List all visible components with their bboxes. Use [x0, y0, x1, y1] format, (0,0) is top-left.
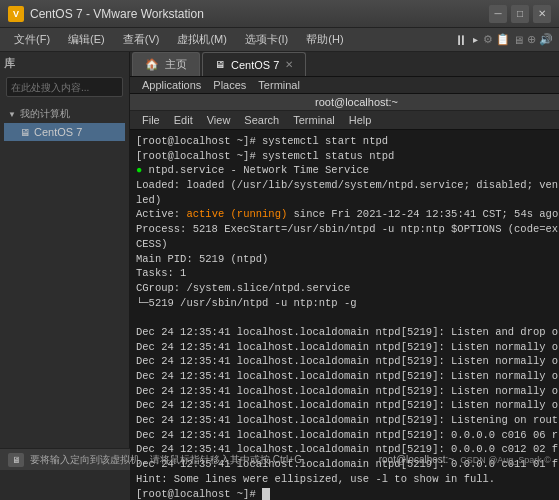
search-input[interactable] — [6, 77, 123, 97]
status-vm-info: root@localhost:~ — [379, 454, 454, 465]
terminal-line: Loaded: loaded (/usr/lib/systemd/system/… — [136, 178, 559, 193]
content-area: 🏠 主页 🖥 CentOS 7 ✕ Applications Places Te… — [130, 52, 559, 448]
term-menu-file[interactable]: File — [136, 113, 166, 127]
terminal-line: Tasks: 1 — [136, 266, 559, 281]
terminal-line: Hint: Some lines were ellipsized, use -l… — [136, 472, 559, 487]
menu-edit[interactable]: 编辑(E) — [60, 30, 113, 49]
terminal-line: [root@localhost ~]# systemctl start ntpd — [136, 134, 559, 149]
terminal-line: Main PID: 5219 (ntpd) — [136, 252, 559, 267]
menu-vm[interactable]: 虚拟机(M) — [169, 30, 235, 49]
toolbar-icon-5[interactable]: 🔊 — [539, 33, 553, 46]
terminal-line: Dec 24 12:35:41 localhost.localdomain nt… — [136, 340, 559, 355]
window-controls: ─ □ ✕ — [489, 5, 551, 23]
term-menu-view[interactable]: View — [201, 113, 237, 127]
sidebar: 库 ▼ 我的计算机 🖥 CentOS 7 — [0, 52, 130, 448]
window-title: CentOS 7 - VMware Workstation — [30, 7, 489, 21]
terminal-title: root@localhost:~ — [130, 94, 559, 111]
collapse-icon[interactable]: ▼ — [8, 110, 16, 119]
terminal-output[interactable]: [root@localhost ~]# systemctl start ntpd… — [130, 130, 559, 500]
tabs-bar: 🏠 主页 🖥 CentOS 7 ✕ — [130, 52, 559, 77]
terminal-line: [root@localhost ~]# systemctl status ntp… — [136, 149, 559, 164]
term-menu-terminal[interactable]: Terminal — [287, 113, 341, 127]
pause-icon: ▸ — [473, 34, 478, 45]
menu-view[interactable]: 查看(V) — [115, 30, 168, 49]
terminal-line: led) — [136, 193, 559, 208]
status-vm-name: root@localhost:~ — [379, 454, 454, 465]
terminal-line: Dec 24 12:35:41 localhost.localdomain nt… — [136, 354, 559, 369]
tab-centos[interactable]: 🖥 CentOS 7 ✕ — [202, 52, 306, 76]
terminal-line: Dec 24 12:35:41 localhost.localdomain nt… — [136, 413, 559, 428]
close-button[interactable]: ✕ — [533, 5, 551, 23]
term-menu-edit[interactable]: Edit — [168, 113, 199, 127]
terminal-line: Dec 24 12:35:41 localhost.localdomain nt… — [136, 384, 559, 399]
tab-home[interactable]: 🏠 主页 — [132, 52, 200, 76]
vm-status-icon: 🖥 — [8, 453, 24, 467]
terminal-line: Active: active (running) since Fri 2021-… — [136, 207, 559, 222]
term-menu-search[interactable]: Search — [238, 113, 285, 127]
toolbar-icon-3[interactable]: 🖥 — [513, 34, 524, 46]
sidebar-item-centos[interactable]: 🖥 CentOS 7 — [4, 123, 125, 141]
status-message: 要将输入定向到该虚拟机，请将鼠标指针移入其中或按 Ctrl+G。 — [30, 453, 373, 467]
terminal-line: Dec 24 12:35:41 localhost.localdomain nt… — [136, 398, 559, 413]
vm-app-toolbar: Applications Places Terminal en — [130, 77, 559, 94]
term-menu-help[interactable]: Help — [343, 113, 378, 127]
toolbar-icon-2[interactable]: 📋 — [496, 33, 510, 46]
toolbar-icon-4[interactable]: ⊕ — [527, 33, 536, 46]
terminal-line: [root@localhost ~]# — [136, 487, 559, 501]
titlebar: V CentOS 7 - VMware Workstation ─ □ ✕ — [0, 0, 559, 28]
tab-vm-label: CentOS 7 — [231, 59, 279, 71]
terminal-line: Dec 24 12:35:41 localhost.localdomain nt… — [136, 428, 559, 443]
terminal-line: CESS) — [136, 237, 559, 252]
menu-file[interactable]: 文件(F) — [6, 30, 58, 49]
terminal-line: Dec 24 12:35:41 localhost.localdomain nt… — [136, 369, 559, 384]
terminal-line: Dec 24 12:35:41 localhost.localdomain nt… — [136, 325, 559, 340]
vm-icon: 🖥 — [20, 127, 30, 138]
main-layout: 库 ▼ 我的计算机 🖥 CentOS 7 🏠 主页 🖥 CentOS 7 — [0, 52, 559, 448]
app-icon: V — [8, 6, 24, 22]
terminal-line: └─5219 /usr/sbin/ntpd -u ntp:ntp -g — [136, 296, 559, 311]
maximize-button[interactable]: □ — [511, 5, 529, 23]
menu-help[interactable]: 帮助(H) — [298, 30, 351, 49]
minimize-button[interactable]: ─ — [489, 5, 507, 23]
terminal-line: CGroup: /system.slice/ntpd.service — [136, 281, 559, 296]
vm-tab-icon: 🖥 — [215, 59, 225, 70]
status-watermark: CSDN @Aug_Spark © — [460, 455, 551, 465]
toolbar-icon-1[interactable]: ⚙ — [483, 33, 493, 46]
vm-applications-menu[interactable]: Applications — [138, 77, 205, 93]
terminal-line — [136, 310, 559, 325]
menubar: 文件(F) 编辑(E) 查看(V) 虚拟机(M) 选项卡(I) 帮助(H) ⏸ … — [0, 28, 559, 52]
terminal-menubar: File Edit View Search Terminal Help — [130, 111, 559, 130]
terminal-line: Process: 5218 ExecStart=/usr/sbin/ntpd -… — [136, 222, 559, 237]
tab-home-label: 主页 — [165, 57, 187, 72]
terminal-line: ● ntpd.service - Network Time Service — [136, 163, 559, 178]
vm-places-menu[interactable]: Places — [209, 77, 250, 93]
sidebar-section: ▼ 我的计算机 🖥 CentOS 7 — [0, 103, 129, 143]
home-icon: 🏠 — [145, 58, 159, 71]
sidebar-library-label: 库 — [4, 57, 15, 69]
terminal-wrapper: root@localhost:~ File Edit View Search T… — [130, 94, 559, 500]
play-button[interactable]: ⏸ — [454, 32, 468, 48]
menu-tabs[interactable]: 选项卡(I) — [237, 30, 296, 49]
section-header: ▼ 我的计算机 — [4, 105, 125, 123]
vm-terminal-menu[interactable]: Terminal — [254, 77, 304, 93]
sidebar-vm-label: CentOS 7 — [34, 126, 82, 138]
section-title: 我的计算机 — [20, 107, 70, 121]
tab-close-button[interactable]: ✕ — [285, 59, 293, 70]
